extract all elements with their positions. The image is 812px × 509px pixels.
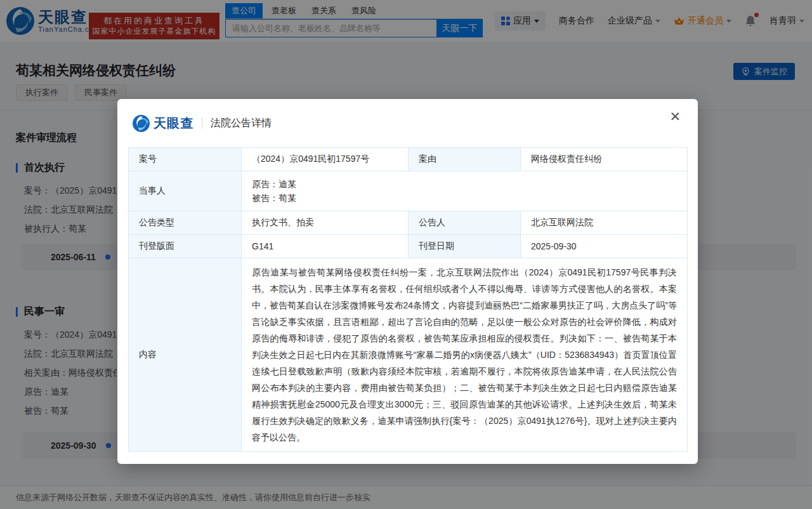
announcer-label: 公告人 — [409, 211, 521, 235]
announcement-table: 案号 （2024）京0491民初17597号 案由 网络侵权责任纠纷 当事人 原… — [128, 147, 688, 452]
modal-brand: 天眼查 — [154, 115, 193, 132]
parties-value: 原告：迪某 被告：荀某 — [242, 171, 688, 211]
close-icon[interactable]: ✕ — [669, 110, 681, 124]
publish-page-label: 刊登版面 — [129, 235, 242, 258]
table-row: 刊登版面 G141 刊登日期 2025-09-30 — [129, 235, 688, 258]
publish-date-label: 刊登日期 — [409, 235, 521, 258]
content-label: 内容 — [129, 258, 242, 452]
parties-label: 当事人 — [129, 171, 242, 211]
modal-title: 法院公告详情 — [211, 117, 272, 130]
tianyancha-logo-icon — [133, 115, 150, 132]
case-number-label: 案号 — [129, 148, 242, 171]
announcement-type-label: 公告类型 — [129, 211, 242, 235]
plaintiff-line: 原告：迪某 — [252, 177, 677, 191]
publish-date-value: 2025-09-30 — [521, 235, 688, 258]
case-number-value: （2024）京0491民初17597号 — [242, 148, 409, 171]
table-row: 案号 （2024）京0491民初17597号 案由 网络侵权责任纠纷 — [129, 148, 688, 171]
court-announcement-modal: 天眼查 法院公告详情 ✕ 案号 （2024）京0491民初17597号 案由 网… — [117, 99, 698, 464]
cause-label: 案由 — [409, 148, 521, 171]
announcer-value: 北京互联网法院 — [521, 211, 688, 235]
publish-page-value: G141 — [242, 235, 409, 258]
defendant-line: 被告：荀某 — [252, 191, 677, 205]
modal-brand-divider — [202, 117, 202, 129]
table-row: 当事人 原告：迪某 被告：荀某 — [129, 171, 688, 211]
announcement-type-value: 执行文书、拍卖 — [242, 211, 409, 235]
table-row: 公告类型 执行文书、拍卖 公告人 北京互联网法院 — [129, 211, 688, 235]
table-row: 内容 原告迪某与被告荀某网络侵权责任纠纷一案，北京互联网法院作出（2024）京0… — [129, 258, 688, 452]
cause-value: 网络侵权责任纠纷 — [521, 148, 688, 171]
content-value: 原告迪某与被告荀某网络侵权责任纠纷一案，北京互联网法院作出（2024）京0491… — [242, 258, 688, 452]
modal-header: 天眼查 法院公告详情 ✕ — [128, 99, 687, 138]
